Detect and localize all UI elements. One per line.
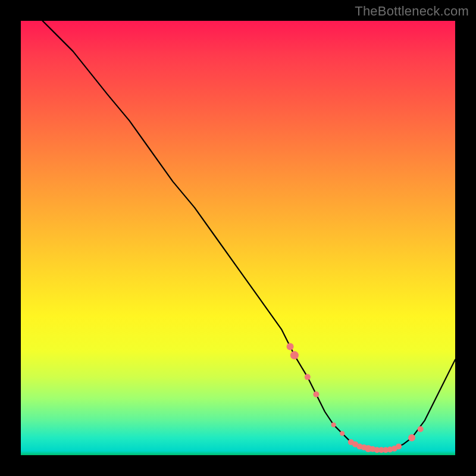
highlight-dot (408, 434, 415, 441)
highlight-dot (340, 431, 345, 436)
highlight-dot (305, 374, 311, 380)
plot-area (21, 21, 455, 455)
highlight-dot (418, 426, 424, 432)
bottleneck-curve (43, 21, 456, 450)
outer-frame: TheBottleneck.com (0, 0, 476, 476)
watermark-text: TheBottleneck.com (355, 4, 469, 19)
highlight-dot (396, 443, 402, 449)
highlight-dot (290, 351, 299, 359)
highlight-dot (287, 343, 294, 350)
highlight-dot (313, 392, 319, 397)
chart-svg (21, 21, 455, 455)
highlight-dot (331, 422, 336, 427)
highlight-dots-group (287, 343, 424, 453)
